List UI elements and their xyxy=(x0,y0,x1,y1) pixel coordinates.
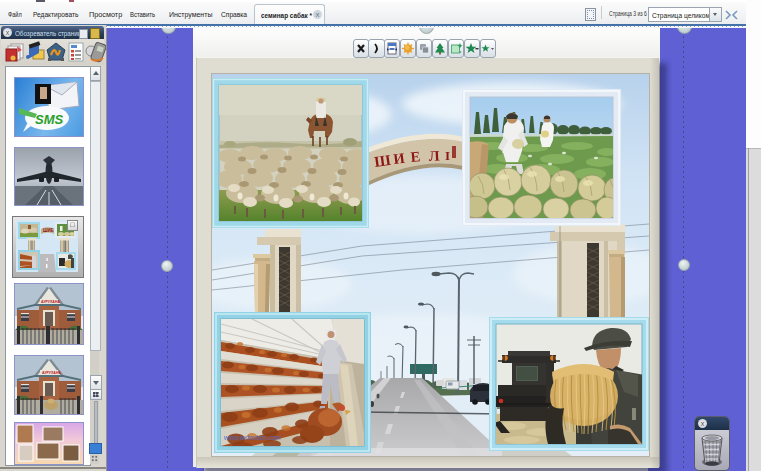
svg-text:Ш: Ш xyxy=(373,152,392,170)
svg-text:Л: Л xyxy=(428,147,440,164)
svg-text:I: I xyxy=(445,148,450,163)
svg-text:ШИЕ: ШИЕ xyxy=(43,228,54,233)
svg-text:www.wxhxdxm.com: www.wxhxdxm.com xyxy=(223,434,281,441)
svg-text:АУРУХАНА: АУРУХАНА xyxy=(41,300,60,304)
svg-text:АУРУХАНА: АУРУХАНА xyxy=(42,371,61,375)
svg-text:SMS: SMS xyxy=(35,112,64,127)
svg-text:Е: Е xyxy=(410,148,421,165)
